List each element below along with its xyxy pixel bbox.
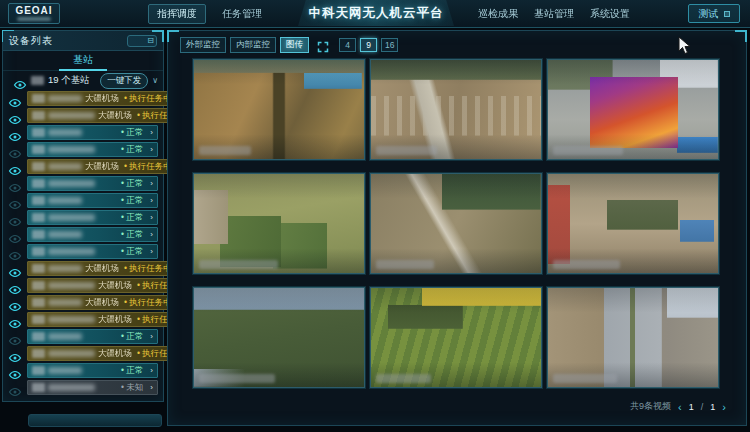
nav-menu-right: 巡检成果 基站管理 系统设置	[478, 0, 630, 28]
prev-page-button[interactable]: ‹	[678, 402, 682, 412]
tab-video-feed[interactable]: 图传	[280, 37, 309, 53]
airport-type-label: 大疆机场	[98, 314, 132, 326]
collapse-chevron-icon[interactable]: ∨	[152, 76, 158, 85]
station-thumbnail-blurred	[32, 315, 45, 324]
grid-layout-4-button[interactable]: 4	[339, 38, 356, 52]
station-thumbnail-blurred	[32, 383, 45, 392]
video-feed-cell[interactable]	[370, 59, 542, 160]
eye-toggle-icon[interactable]	[8, 315, 22, 325]
row-chevron-icon[interactable]: ›	[150, 213, 153, 222]
logo[interactable]: GEOAI	[8, 3, 60, 24]
eye-toggle-icon[interactable]	[8, 349, 22, 359]
station-item[interactable]: 正常›	[27, 176, 158, 191]
station-thumbnail-blurred	[32, 213, 45, 222]
station-name-blurred	[48, 214, 95, 221]
station-item[interactable]: 大疆机场执行任务中›	[27, 91, 187, 106]
station-thumbnail-blurred	[32, 281, 45, 290]
nav-item-command-dispatch[interactable]: 指挥调度	[148, 4, 206, 24]
device-search-box-icon[interactable]: ⊟	[127, 35, 157, 47]
grid-layout-16-button[interactable]: 16	[381, 38, 398, 52]
one-key-dispatch-button[interactable]: 一键下发	[100, 73, 148, 89]
station-list: 大疆机场执行任务中›大疆机场执行任务中›正常›正常›大疆机场执行任务中›正常›正…	[3, 91, 163, 397]
eye-toggle-icon[interactable]	[8, 94, 22, 104]
station-group-thumbnail-blurred	[31, 76, 44, 85]
station-thumbnail-blurred	[32, 264, 45, 273]
station-thumbnail-blurred	[32, 349, 45, 358]
station-name-blurred	[48, 112, 95, 119]
video-shade-overlay	[548, 174, 718, 273]
eye-toggle-icon[interactable]	[8, 128, 22, 138]
eye-toggle-icon[interactable]	[8, 111, 22, 121]
station-item[interactable]: 正常›	[27, 227, 158, 242]
station-name-blurred	[48, 146, 95, 153]
video-title-label-blurred	[376, 260, 434, 269]
station-item[interactable]: 未知›	[27, 380, 158, 395]
station-item[interactable]: 正常›	[27, 125, 158, 140]
station-item[interactable]: 正常›	[27, 329, 158, 344]
station-name-blurred	[48, 350, 95, 357]
tab-internal-monitor[interactable]: 内部监控	[230, 37, 276, 53]
row-chevron-icon[interactable]: ›	[150, 128, 153, 137]
eye-toggle-icon[interactable]	[8, 366, 22, 376]
station-item[interactable]: 正常›	[27, 363, 158, 378]
station-item[interactable]: 正常›	[27, 210, 158, 225]
eye-toggle-icon[interactable]	[8, 162, 22, 172]
sidebar-tab-row: 基站	[3, 51, 163, 71]
video-feed-cell[interactable]	[547, 173, 719, 274]
eye-toggle-icon[interactable]	[8, 281, 22, 291]
station-item[interactable]: 大疆机场执行任务中›	[27, 159, 187, 174]
eye-all-icon[interactable]	[13, 76, 27, 86]
nav-item-system-settings[interactable]: 系统设置	[590, 7, 630, 21]
eye-toggle-icon[interactable]	[8, 230, 22, 240]
station-item[interactable]: 大疆机场执行任务中›	[27, 295, 187, 310]
station-item[interactable]: 大疆机场执行任务中›	[27, 261, 187, 276]
row-chevron-icon[interactable]: ›	[150, 383, 153, 392]
video-shade-overlay	[194, 174, 364, 273]
eye-toggle-icon[interactable]	[8, 247, 22, 257]
row-chevron-icon[interactable]: ›	[150, 247, 153, 256]
video-title-label-blurred	[376, 146, 437, 155]
grid-layout-9-button[interactable]: 9	[360, 38, 377, 52]
row-chevron-icon[interactable]: ›	[150, 196, 153, 205]
video-feed-cell[interactable]	[193, 173, 365, 274]
eye-toggle-icon[interactable]	[8, 213, 22, 223]
video-feed-cell[interactable]	[547, 59, 719, 160]
row-chevron-icon[interactable]: ›	[150, 145, 153, 154]
eye-toggle-icon[interactable]	[8, 145, 22, 155]
video-feed-cell[interactable]	[193, 59, 365, 160]
status-badge: 正常	[121, 365, 143, 377]
tab-external-monitor[interactable]: 外部监控	[180, 37, 226, 53]
station-item[interactable]: 正常›	[27, 142, 158, 157]
station-item[interactable]: 正常›	[27, 193, 158, 208]
eye-toggle-icon[interactable]	[8, 264, 22, 274]
video-title-label-blurred	[199, 146, 251, 155]
nav-item-inspection-results[interactable]: 巡检成果	[478, 7, 518, 21]
eye-toggle-icon[interactable]	[8, 383, 22, 393]
station-row: 大疆机场执行任务中›	[3, 261, 163, 276]
nav-item-task-management[interactable]: 任务管理	[222, 7, 262, 21]
station-item[interactable]: 正常›	[27, 244, 158, 259]
station-name-blurred	[48, 180, 95, 187]
row-chevron-icon[interactable]: ›	[150, 366, 153, 375]
video-title-label-blurred	[199, 260, 278, 269]
topbar: GEOAI 指挥调度 任务管理 中科天网无人机云平台 巡检成果 基站管理 系统设…	[0, 0, 750, 28]
user-menu-button[interactable]: 测试	[688, 4, 740, 23]
nav-menu-left: 指挥调度 任务管理	[148, 0, 262, 28]
row-chevron-icon[interactable]: ›	[150, 332, 153, 341]
eye-toggle-icon[interactable]	[8, 332, 22, 342]
eye-toggle-icon[interactable]	[8, 179, 22, 189]
nav-item-station-management[interactable]: 基站管理	[534, 7, 574, 21]
next-page-button[interactable]: ›	[722, 402, 726, 412]
row-chevron-icon[interactable]: ›	[150, 230, 153, 239]
video-feed-cell[interactable]	[193, 287, 365, 388]
row-chevron-icon[interactable]: ›	[150, 179, 153, 188]
eye-toggle-icon[interactable]	[8, 298, 22, 308]
logo-text: GEOAI	[15, 6, 52, 16]
video-feed-cell[interactable]	[370, 173, 542, 274]
eye-toggle-icon[interactable]	[8, 196, 22, 206]
video-feed-cell[interactable]	[370, 287, 542, 388]
video-feed-cell[interactable]	[547, 287, 719, 388]
tab-base-station[interactable]: 基站	[59, 51, 107, 71]
fullscreen-expand-icon[interactable]	[317, 39, 329, 51]
station-name-blurred	[48, 299, 82, 306]
